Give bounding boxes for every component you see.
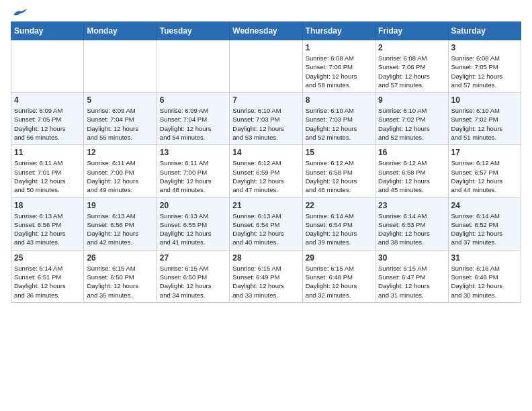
day-info: Sunrise: 6:13 AM Sunset: 6:56 PM Dayligh… [14, 212, 81, 247]
col-header-wednesday: Wednesday [230, 22, 302, 40]
calendar-cell: 22Sunrise: 6:14 AM Sunset: 6:54 PM Dayli… [302, 197, 375, 250]
calendar-cell: 26Sunrise: 6:15 AM Sunset: 6:50 PM Dayli… [84, 250, 157, 302]
day-info: Sunrise: 6:15 AM Sunset: 6:48 PM Dayligh… [306, 264, 372, 300]
col-header-sunday: Sunday [11, 22, 84, 40]
day-number: 25 [14, 253, 81, 263]
day-info: Sunrise: 6:10 AM Sunset: 7:02 PM Dayligh… [378, 106, 445, 142]
calendar-cell: 28Sunrise: 6:15 AM Sunset: 6:49 PM Dayli… [230, 250, 302, 302]
day-number: 31 [451, 253, 518, 263]
day-number: 30 [378, 253, 445, 263]
calendar-cell: 19Sunrise: 6:13 AM Sunset: 6:56 PM Dayli… [84, 197, 157, 250]
day-info: Sunrise: 6:12 AM Sunset: 6:59 PM Dayligh… [232, 158, 299, 194]
day-number: 16 [378, 148, 445, 157]
day-number: 5 [87, 95, 153, 105]
calendar-cell: 2Sunrise: 6:08 AM Sunset: 7:06 PM Daylig… [375, 40, 448, 93]
calendar-cell: 6Sunrise: 6:09 AM Sunset: 7:04 PM Daylig… [157, 93, 229, 145]
day-number: 23 [378, 201, 445, 210]
day-info: Sunrise: 6:11 AM Sunset: 7:00 PM Dayligh… [87, 158, 153, 194]
day-info: Sunrise: 6:09 AM Sunset: 7:04 PM Dayligh… [160, 106, 226, 142]
calendar-cell [11, 40, 84, 93]
calendar-cell: 10Sunrise: 6:10 AM Sunset: 7:02 PM Dayli… [448, 93, 521, 145]
day-number: 26 [87, 253, 153, 263]
day-info: Sunrise: 6:15 AM Sunset: 6:49 PM Dayligh… [232, 264, 299, 300]
calendar-cell [230, 40, 302, 93]
calendar-cell: 8Sunrise: 6:10 AM Sunset: 7:03 PM Daylig… [302, 93, 375, 145]
day-info: Sunrise: 6:13 AM Sunset: 6:56 PM Dayligh… [87, 212, 153, 247]
calendar-week-1: 1Sunrise: 6:08 AM Sunset: 7:06 PM Daylig… [11, 40, 521, 93]
day-number: 22 [306, 201, 372, 210]
calendar-cell: 30Sunrise: 6:15 AM Sunset: 6:47 PM Dayli… [375, 250, 448, 302]
day-info: Sunrise: 6:15 AM Sunset: 6:50 PM Dayligh… [160, 264, 226, 300]
day-info: Sunrise: 6:16 AM Sunset: 6:46 PM Dayligh… [451, 264, 518, 300]
col-header-tuesday: Tuesday [157, 22, 229, 40]
calendar-cell: 15Sunrise: 6:12 AM Sunset: 6:58 PM Dayli… [302, 145, 375, 197]
day-number: 11 [14, 148, 81, 157]
day-number: 19 [87, 201, 153, 210]
calendar-cell: 3Sunrise: 6:08 AM Sunset: 7:05 PM Daylig… [448, 40, 521, 93]
calendar-cell: 27Sunrise: 6:15 AM Sunset: 6:50 PM Dayli… [157, 250, 229, 302]
col-header-monday: Monday [84, 22, 157, 40]
day-number: 15 [306, 148, 372, 157]
day-info: Sunrise: 6:10 AM Sunset: 7:02 PM Dayligh… [451, 106, 518, 142]
col-header-friday: Friday [375, 22, 448, 40]
day-number: 3 [451, 43, 518, 52]
day-number: 7 [232, 95, 299, 105]
day-number: 6 [160, 95, 226, 105]
day-info: Sunrise: 6:14 AM Sunset: 6:53 PM Dayligh… [378, 212, 445, 247]
col-header-saturday: Saturday [448, 22, 521, 40]
day-number: 29 [306, 253, 372, 263]
day-number: 27 [160, 253, 226, 263]
day-info: Sunrise: 6:08 AM Sunset: 7:06 PM Dayligh… [378, 54, 445, 89]
calendar-table: SundayMondayTuesdayWednesdayThursdayFrid… [11, 21, 521, 303]
day-info: Sunrise: 6:13 AM Sunset: 6:54 PM Dayligh… [232, 212, 299, 247]
calendar-cell: 21Sunrise: 6:13 AM Sunset: 6:54 PM Dayli… [230, 197, 302, 250]
calendar-cell: 4Sunrise: 6:09 AM Sunset: 7:05 PM Daylig… [11, 93, 84, 145]
day-number: 4 [14, 95, 81, 105]
day-number: 10 [451, 95, 518, 105]
calendar-cell: 9Sunrise: 6:10 AM Sunset: 7:02 PM Daylig… [375, 93, 448, 145]
calendar-cell: 13Sunrise: 6:11 AM Sunset: 7:00 PM Dayli… [157, 145, 229, 197]
calendar-week-3: 11Sunrise: 6:11 AM Sunset: 7:01 PM Dayli… [11, 145, 521, 197]
calendar-cell: 23Sunrise: 6:14 AM Sunset: 6:53 PM Dayli… [375, 197, 448, 250]
calendar-cell: 12Sunrise: 6:11 AM Sunset: 7:00 PM Dayli… [84, 145, 157, 197]
day-info: Sunrise: 6:09 AM Sunset: 7:04 PM Dayligh… [87, 106, 153, 142]
logo [11, 11, 27, 16]
col-header-thursday: Thursday [302, 22, 375, 40]
logo-bird-icon [12, 8, 27, 19]
calendar-header-row: SundayMondayTuesdayWednesdayThursdayFrid… [11, 22, 521, 40]
calendar-week-4: 18Sunrise: 6:13 AM Sunset: 6:56 PM Dayli… [11, 197, 521, 250]
day-info: Sunrise: 6:08 AM Sunset: 7:06 PM Dayligh… [306, 54, 372, 89]
day-info: Sunrise: 6:09 AM Sunset: 7:05 PM Dayligh… [14, 106, 81, 142]
day-info: Sunrise: 6:11 AM Sunset: 7:00 PM Dayligh… [160, 158, 226, 194]
calendar-cell: 7Sunrise: 6:10 AM Sunset: 7:03 PM Daylig… [230, 93, 302, 145]
day-number: 21 [232, 201, 299, 210]
calendar-cell: 5Sunrise: 6:09 AM Sunset: 7:04 PM Daylig… [84, 93, 157, 145]
calendar-cell: 31Sunrise: 6:16 AM Sunset: 6:46 PM Dayli… [448, 250, 521, 302]
calendar-week-5: 25Sunrise: 6:14 AM Sunset: 6:51 PM Dayli… [11, 250, 521, 302]
day-info: Sunrise: 6:08 AM Sunset: 7:05 PM Dayligh… [451, 54, 518, 89]
calendar-cell: 11Sunrise: 6:11 AM Sunset: 7:01 PM Dayli… [11, 145, 84, 197]
day-info: Sunrise: 6:10 AM Sunset: 7:03 PM Dayligh… [232, 106, 299, 142]
calendar-cell: 1Sunrise: 6:08 AM Sunset: 7:06 PM Daylig… [302, 40, 375, 93]
day-info: Sunrise: 6:14 AM Sunset: 6:52 PM Dayligh… [451, 212, 518, 247]
day-number: 18 [14, 201, 81, 210]
calendar-cell: 17Sunrise: 6:12 AM Sunset: 6:57 PM Dayli… [448, 145, 521, 197]
day-number: 17 [451, 148, 518, 157]
day-info: Sunrise: 6:14 AM Sunset: 6:54 PM Dayligh… [306, 212, 372, 247]
day-info: Sunrise: 6:15 AM Sunset: 6:50 PM Dayligh… [87, 264, 153, 300]
calendar-cell: 14Sunrise: 6:12 AM Sunset: 6:59 PM Dayli… [230, 145, 302, 197]
calendar-cell: 25Sunrise: 6:14 AM Sunset: 6:51 PM Dayli… [11, 250, 84, 302]
page-header [11, 11, 521, 16]
day-number: 8 [306, 95, 372, 105]
day-info: Sunrise: 6:12 AM Sunset: 6:58 PM Dayligh… [378, 158, 445, 194]
calendar-cell: 29Sunrise: 6:15 AM Sunset: 6:48 PM Dayli… [302, 250, 375, 302]
calendar-week-2: 4Sunrise: 6:09 AM Sunset: 7:05 PM Daylig… [11, 93, 521, 145]
day-number: 20 [160, 201, 226, 210]
day-info: Sunrise: 6:12 AM Sunset: 6:58 PM Dayligh… [306, 158, 372, 194]
day-number: 28 [232, 253, 299, 263]
day-info: Sunrise: 6:15 AM Sunset: 6:47 PM Dayligh… [378, 264, 445, 300]
day-info: Sunrise: 6:12 AM Sunset: 6:57 PM Dayligh… [451, 158, 518, 194]
day-number: 9 [378, 95, 445, 105]
calendar-cell [84, 40, 157, 93]
day-number: 24 [451, 201, 518, 210]
